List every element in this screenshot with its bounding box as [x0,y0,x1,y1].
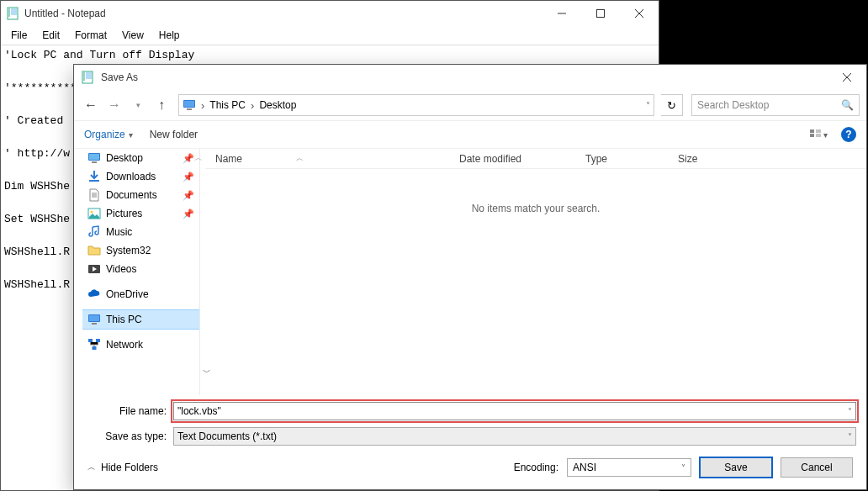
menu-file[interactable]: File [4,28,34,43]
pin-icon: 📌 [183,190,194,201]
svg-rect-19 [93,346,97,350]
file-pane: Name︿ Date modified Type Size No items m… [205,149,866,395]
column-headers: Name︿ Date modified Type Size [205,149,866,169]
encoding-select[interactable]: ANSI ˅ [567,458,691,477]
notepad-icon [81,71,94,84]
menu-edit[interactable]: Edit [35,28,66,43]
empty-state: No items match your search. [205,169,866,395]
organize-button[interactable]: Organize [84,129,133,140]
search-icon: 🔍 [841,99,854,111]
file-name-label: File name: [84,405,173,417]
nav-item-downloads[interactable]: Downloads📌 [82,167,199,186]
pin-icon: 📌 [183,209,194,219]
nav-item-videos[interactable]: Videos [82,260,199,278]
svg-rect-7 [810,134,814,137]
column-type[interactable]: Type [575,153,668,165]
forward-button: → [104,95,124,115]
svg-rect-18 [96,339,100,342]
saveas-title: Save As [101,71,828,83]
nav-item-label: OneDrive [106,288,149,300]
save-type-select[interactable]: Text Documents (*.txt) ˅ [173,427,856,446]
column-size[interactable]: Size [668,153,735,165]
nav-item-label: Videos [106,263,136,275]
pin-icon: 📌 [183,172,194,182]
nav-item-label: Downloads [106,171,156,182]
view-button[interactable] [806,125,831,144]
up-button[interactable]: ↑ [151,95,172,115]
search-box[interactable]: Search Desktop 🔍 [691,94,860,116]
nav-item-label: This PC [106,314,142,325]
save-type-label: Save as type: [84,430,173,442]
maximize-button[interactable] [581,1,620,26]
nav-item-onedrive[interactable]: OneDrive [82,285,199,304]
nav-item-label: Music [106,226,132,238]
svg-rect-5 [187,108,192,110]
network-icon [87,338,101,351]
svg-rect-10 [92,161,97,163]
nav-item-label: Pictures [106,208,142,219]
nav-item-desktop[interactable]: Desktop📌 [82,149,199,167]
videos-icon [87,262,101,276]
pin-icon: 📌 [183,153,194,164]
saveas-close-button[interactable] [828,65,866,90]
svg-rect-6 [810,129,814,133]
save-as-dialog: Save As ← → ▾ ↑ This PC Desktop ˅ ↻ Sear… [73,64,867,490]
music-icon [87,225,101,239]
nav-item-system32[interactable]: System32 [82,241,199,260]
chevron-down-icon [823,129,828,140]
help-button[interactable]: ? [841,127,856,142]
svg-rect-15 [89,315,99,321]
save-button[interactable]: Save [700,457,772,478]
navigation-pane[interactable]: Desktop📌Downloads📌Documents📌Pictures📌Mus… [82,149,200,395]
chevron-down-icon: ˅ [848,432,852,441]
toolbar: Organize New folder ? [74,120,866,149]
svg-rect-17 [88,339,93,342]
chevron-down-icon[interactable]: ˅ [848,407,852,416]
address-dropdown[interactable]: ˅ [646,101,650,110]
address-bar[interactable]: This PC Desktop ˅ [178,94,654,116]
svg-rect-9 [89,154,99,160]
svg-rect-1 [597,10,605,18]
cancel-button[interactable]: Cancel [781,457,853,478]
nav-item-label: System32 [106,245,151,256]
nav-item-thispc[interactable]: This PC [82,310,199,329]
refresh-button[interactable]: ↻ [661,94,683,116]
nav-item-pictures[interactable]: Pictures📌 [82,204,199,223]
close-button[interactable] [620,1,659,26]
sort-indicator-icon: ︿ [296,153,304,164]
file-name-input[interactable]: "lock.vbs" ˅ [173,402,856,420]
thispc-icon [87,313,101,326]
breadcrumb-thispc[interactable]: This PC [209,99,246,111]
column-name[interactable]: Name︿ [205,153,449,165]
breadcrumb-sep-icon[interactable] [199,99,206,112]
nav-item-network[interactable]: Network [82,335,199,354]
recent-dropdown[interactable]: ▾ [128,95,148,115]
nav-item-music[interactable]: Music [82,223,199,241]
view-icon [810,129,822,140]
nav-item-label: Network [106,339,143,351]
hide-folders-button[interactable]: ︿Hide Folders [87,462,158,473]
notepad-titlebar[interactable]: Untitled - Notepad [1,1,659,26]
menu-help[interactable]: Help [152,28,187,43]
menu-view[interactable]: View [115,28,151,43]
breadcrumb-desktop[interactable]: Desktop [259,99,296,111]
thispc-icon [183,98,196,112]
back-button[interactable]: ← [81,95,101,115]
svg-rect-16 [92,323,97,325]
saveas-titlebar[interactable]: Save As [74,65,866,90]
nav-item-documents[interactable]: Documents📌 [82,186,199,204]
folder-icon [87,244,101,257]
breadcrumb-sep-icon[interactable] [249,99,256,112]
pictures-icon [87,207,101,220]
menu-format[interactable]: Format [68,28,114,43]
desktop-icon [87,151,101,165]
chevron-up-icon: ︿ [87,462,96,473]
onedrive-icon [87,288,101,301]
new-folder-button[interactable]: New folder [150,129,198,140]
minimize-button[interactable] [542,1,581,26]
chevron-down-icon: ˅ [681,463,685,473]
notepad-menubar: File Edit Format View Help [1,26,659,45]
downloads-icon [87,170,101,183]
encoding-label: Encoding: [514,462,558,473]
column-date[interactable]: Date modified [449,153,575,165]
